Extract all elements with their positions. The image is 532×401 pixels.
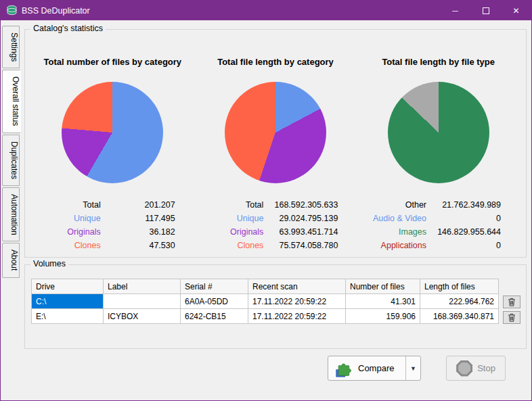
legend-label: Total	[194, 200, 264, 210]
legend-row: Total 168.592.305.633	[194, 198, 338, 212]
cell-length-of-files[interactable]: 222.964.762	[420, 294, 499, 309]
chart-title: Total file length by category	[217, 57, 334, 67]
legend-value: 201.207	[101, 200, 175, 210]
pie-length-by-file-type	[388, 82, 489, 183]
chart-length-by-category: Total file length by category Total 168.…	[194, 50, 357, 252]
stop-button[interactable]: Stop	[446, 356, 506, 381]
legend-row: Clones 47.530	[31, 239, 175, 252]
volumes-table: Drive Label Serial # Recent scan Number …	[31, 279, 499, 324]
cell-label[interactable]	[104, 294, 181, 309]
delete-volume-button[interactable]	[503, 296, 520, 308]
legend-value: 47.530	[101, 241, 175, 250]
stop-button-label: Stop	[477, 363, 495, 373]
cell-label[interactable]: ICYBOX	[104, 309, 181, 324]
legend-label: Images	[357, 227, 426, 237]
tab-automation[interactable]: Automation	[2, 187, 20, 242]
volumes-table-header: Drive Label Serial # Recent scan Number …	[32, 279, 499, 294]
legend-label: Originals	[194, 227, 264, 237]
legend-label: Other	[357, 200, 426, 210]
legend-label: Total	[31, 200, 101, 210]
tab-overall-status[interactable]: Overall status	[2, 70, 21, 133]
title-bar: BSS DeDuplicator ─ ✕	[1, 1, 531, 20]
legend-label: Unique	[194, 214, 264, 223]
compare-button[interactable]: Compare ▼	[328, 356, 421, 381]
legend-value: 36.182	[101, 227, 175, 237]
table-row[interactable]: C:\ 6A0A-05DD 17.11.2022 20:59:22 41.301…	[32, 294, 499, 309]
compare-button-label: Compare	[358, 363, 394, 373]
legend-label: Applications	[357, 241, 426, 250]
legend-row: Applications 0	[357, 239, 501, 252]
legend-row: Originals 36.182	[31, 225, 175, 239]
legend-label: Audio & Video	[357, 214, 426, 223]
trash-icon	[508, 313, 516, 322]
legend-value: 117.495	[101, 214, 175, 223]
legend-value: 75.574.058.780	[263, 241, 338, 250]
col-header-number-of-files[interactable]: Number of files	[346, 279, 420, 294]
stop-icon	[456, 360, 472, 377]
group-title: Volumes	[30, 259, 68, 268]
col-header-label[interactable]: Label	[104, 279, 181, 294]
cell-drive[interactable]: C:\	[32, 294, 104, 309]
tab-duplicates[interactable]: Duplicates	[2, 135, 20, 186]
legend-row: Other 21.762.349.989	[357, 198, 501, 212]
tab-settings[interactable]: Settings	[2, 26, 20, 68]
col-header-drive[interactable]: Drive	[32, 279, 104, 294]
table-row[interactable]: E:\ ICYBOX 6242-CB15 17.11.2022 20:59:22…	[32, 309, 499, 324]
chart-title: Total file length by file type	[382, 57, 495, 67]
chart-title: Total number of files by category	[44, 57, 181, 67]
legend-row: Images 146.829.955.644	[357, 225, 501, 239]
legend-row: Unique 29.024.795.139	[194, 212, 338, 225]
trash-icon	[508, 298, 516, 306]
legend-label: Clones	[194, 241, 264, 250]
pie-length-by-category	[225, 82, 326, 183]
col-header-serial[interactable]: Serial #	[181, 279, 248, 294]
chart-legend: Total 201.207 Unique 117.495 Originals 3…	[31, 198, 194, 252]
chart-legend: Other 21.762.349.989 Audio & Video 0 Ima…	[357, 198, 520, 252]
group-title: Catalog's statistics	[30, 24, 106, 33]
cell-recent-scan[interactable]: 17.11.2022 20:59:22	[248, 309, 346, 324]
window-title: BSS DeDuplicator	[22, 6, 90, 16]
cell-drive[interactable]: E:\	[32, 309, 104, 324]
cell-number-of-files[interactable]: 41.301	[346, 294, 420, 309]
cell-number-of-files[interactable]: 159.906	[346, 309, 420, 324]
pie-files-by-category	[62, 82, 163, 183]
compare-dropdown-button[interactable]: ▼	[405, 356, 420, 380]
legend-value: 63.993.451.714	[263, 227, 338, 237]
cell-serial[interactable]: 6A0A-05DD	[181, 294, 248, 309]
delete-volume-button[interactable]	[503, 311, 520, 324]
close-icon: ✕	[512, 6, 519, 16]
legend-value: 168.592.305.633	[263, 200, 338, 210]
app-icon	[6, 5, 18, 16]
chart-legend: Total 168.592.305.633 Unique 29.024.795.…	[194, 198, 357, 252]
puzzle-icon	[335, 360, 353, 377]
catalog-statistics-group: Catalog's statistics Total number of fil…	[24, 29, 527, 258]
close-button[interactable]: ✕	[501, 1, 531, 20]
legend-label: Originals	[31, 227, 101, 237]
volumes-group: Volumes Drive Label Serial # Recent scan…	[24, 264, 527, 349]
cell-serial[interactable]: 6242-CB15	[181, 309, 248, 324]
legend-value: 0	[426, 241, 501, 250]
caption-buttons: ─ ✕	[440, 1, 531, 20]
maximize-button[interactable]	[470, 1, 501, 20]
legend-value: 21.762.349.989	[426, 200, 501, 210]
charts-row: Total number of files by category Total …	[31, 50, 520, 252]
minimize-icon: ─	[452, 6, 458, 16]
tab-about[interactable]: About	[2, 243, 20, 277]
cell-recent-scan[interactable]: 17.11.2022 20:59:22	[248, 294, 346, 309]
app-window: BSS DeDuplicator ─ ✕ Settings Overall st…	[0, 0, 532, 401]
legend-row: Total 201.207	[31, 198, 175, 212]
minimize-button[interactable]: ─	[440, 1, 470, 20]
chart-files-by-category: Total number of files by category Total …	[31, 50, 194, 252]
legend-row: Originals 63.993.451.714	[194, 225, 338, 239]
maximize-icon	[483, 7, 489, 14]
chevron-down-icon: ▼	[410, 365, 416, 372]
cell-length-of-files[interactable]: 168.369.340.871	[420, 309, 499, 324]
side-tab-strip: Settings Overall status Duplicates Autom…	[1, 20, 22, 400]
col-header-length-of-files[interactable]: Length of files	[420, 279, 499, 294]
chart-length-by-file-type: Total file length by file type Other 21.…	[357, 50, 520, 252]
legend-row: Unique 117.495	[31, 212, 175, 225]
legend-label: Unique	[31, 214, 101, 223]
legend-row: Audio & Video 0	[357, 212, 501, 225]
col-header-recent-scan[interactable]: Recent scan	[248, 279, 346, 294]
legend-value: 29.024.795.139	[263, 214, 338, 223]
